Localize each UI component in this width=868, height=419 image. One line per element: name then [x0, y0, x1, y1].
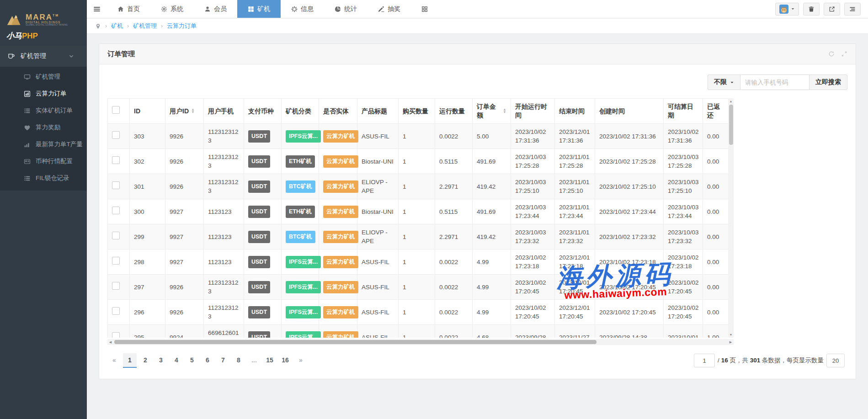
column-label: 产品标题	[362, 107, 387, 116]
cell-start: 2023/09/28	[511, 325, 555, 338]
prev-page-button[interactable]: «	[107, 353, 121, 368]
scroll-down-arrow[interactable]: ▼	[728, 332, 734, 338]
log-button[interactable]	[844, 3, 861, 16]
cell-amount: 4.99	[473, 275, 511, 300]
brand-sub: DIGITAL HOLDINGS	[26, 21, 68, 24]
page-button[interactable]: 6	[201, 353, 214, 368]
external-link-icon	[829, 6, 835, 12]
cell-run: 0.0022	[435, 249, 473, 275]
cell-returned: 0.00	[703, 199, 729, 224]
type-filter-dropdown[interactable]: 不限	[708, 74, 740, 90]
page-button[interactable]: 3	[154, 353, 168, 368]
row-checkbox[interactable]	[112, 307, 120, 315]
cell-end: 2023/11/01 17:23:44	[555, 199, 595, 224]
sidebar-item-entity-orders[interactable]: 实体矿机订单	[0, 102, 87, 119]
trash-button[interactable]	[803, 3, 820, 16]
page-button[interactable]: 16	[278, 353, 292, 368]
sidebar-toggle-button[interactable]	[87, 0, 107, 18]
page-button[interactable]: 1	[123, 353, 137, 368]
breadcrumb-link-miner-manage[interactable]: 矿机管理	[133, 22, 157, 30]
column-header-amount[interactable]: 订单金额▲▼	[473, 99, 511, 124]
scroll-right-arrow[interactable]: ▶	[728, 339, 734, 345]
tab-info[interactable]: 信息	[281, 0, 324, 18]
page-button[interactable]: 15	[263, 353, 277, 368]
cell-phone: 1123123123	[204, 174, 244, 199]
row-checkbox[interactable]	[112, 131, 120, 139]
page-button[interactable]: 5	[185, 353, 199, 368]
vertical-scrollbar[interactable]: ▲ ▼	[728, 98, 734, 338]
phone-search-input[interactable]	[740, 74, 809, 90]
sidebar-group-miner-manage[interactable]: 矿机管理	[0, 46, 87, 67]
tab-home[interactable]: 首页	[107, 0, 150, 18]
top-right-buttons	[775, 0, 868, 18]
cell-created: 2023/10/02 17:20:45	[595, 300, 664, 325]
column-label: 是否实体	[323, 107, 349, 116]
current-page-input[interactable]	[694, 354, 715, 367]
sort-icon[interactable]: ▲▼	[503, 108, 506, 114]
cell-created: 2023/10/02 17:20:45	[595, 275, 664, 300]
column-label: 运行数量	[439, 107, 465, 116]
cell-settle: 2023/10/02 17:20:45	[664, 300, 703, 325]
page-button[interactable]: 2	[138, 353, 152, 368]
sidebar-item-miner-manage[interactable]: 矿机管理	[0, 69, 87, 85]
horizontal-scrollbar[interactable]: ◀ ▶	[107, 339, 734, 345]
expand-icon[interactable]	[841, 51, 847, 57]
tab-lottery[interactable]: 抽奖	[367, 0, 411, 18]
page-size-input[interactable]	[826, 354, 845, 367]
apps-icon	[421, 6, 428, 12]
cell-start: 2023/10/03 17:25:28	[511, 149, 555, 174]
avatar-menu[interactable]	[775, 3, 799, 16]
cell-entity: 云算力矿机	[319, 199, 357, 224]
breadcrumb-link-miner[interactable]: 矿机	[111, 22, 123, 30]
cell-created: 2023/10/02 17:23:18	[595, 249, 664, 275]
page-button[interactable]: 7	[216, 353, 230, 368]
sidebar-item-fil-lock[interactable]: FIL锁仓记录	[0, 170, 87, 187]
sidebar-item-hash-reward[interactable]: 算力奖励	[0, 119, 87, 136]
cell-start: 2023/10/03 17:23:32	[511, 224, 555, 249]
row-checkbox[interactable]	[112, 156, 120, 164]
row-checkbox[interactable]	[112, 257, 120, 265]
column-header-run: 运行数量	[435, 99, 473, 124]
row-checkbox[interactable]	[112, 181, 120, 189]
vertical-scroll-thumb[interactable]	[729, 105, 733, 145]
scroll-left-arrow[interactable]: ◀	[107, 339, 113, 345]
tab-apps[interactable]	[411, 0, 438, 18]
sidebar-item-latest-output[interactable]: 最新算力单T产量	[0, 136, 87, 153]
refresh-icon[interactable]	[828, 51, 835, 57]
fullscreen-button[interactable]	[824, 3, 840, 16]
cell-entity: 云算力矿机	[319, 174, 357, 199]
row-checkbox[interactable]	[112, 282, 120, 290]
column-header-id: ID	[130, 99, 165, 124]
cell-category: BTC矿机	[282, 224, 319, 249]
row-checkbox[interactable]	[112, 232, 120, 239]
cell-settle: 2023/10/02 17:31:36	[664, 124, 703, 149]
tab-stats[interactable]: 统计	[324, 0, 367, 18]
cell-end: 2023/11/01 17:25:28	[555, 149, 595, 174]
row-checkbox[interactable]	[112, 332, 120, 338]
cell-id: 302	[130, 149, 165, 174]
tab-system[interactable]: 系统	[150, 0, 194, 18]
scroll-up-arrow[interactable]: ▲	[728, 98, 734, 104]
tab-miner[interactable]: 矿机	[237, 0, 281, 18]
next-page-button[interactable]: »	[294, 353, 308, 368]
cell-category: IPFS云算...	[282, 325, 319, 338]
cell-created: 2023/10/02 17:25:28	[595, 149, 664, 174]
sidebar-item-cloud-orders[interactable]: 云算力订单	[0, 85, 87, 102]
page-button[interactable]: 8	[232, 353, 245, 368]
search-button[interactable]: 立即搜索	[809, 74, 847, 90]
horizontal-scroll-thumb[interactable]	[114, 340, 596, 344]
sort-icon[interactable]: ▲▼	[191, 108, 195, 114]
cell-start: 2023/10/03 17:23:44	[511, 199, 555, 224]
nav-tab-label: 首页	[127, 5, 140, 13]
column-header-uid[interactable]: 用户ID▲▼	[165, 99, 204, 124]
coin-badge: USDT	[248, 180, 270, 193]
column-header-checkbox	[108, 99, 130, 124]
select-all-checkbox[interactable]	[112, 106, 120, 114]
cell-run: 0.0022	[435, 275, 473, 300]
tab-member[interactable]: 会员	[194, 0, 237, 18]
row-checkbox[interactable]	[112, 207, 120, 214]
cell-category: ETH矿机	[282, 199, 319, 224]
page-button[interactable]: 4	[170, 353, 183, 368]
sidebar-item-coin-config[interactable]: 币种行情配置	[0, 153, 87, 170]
breadcrumb-link-cloud-orders[interactable]: 云算力订单	[167, 22, 197, 30]
